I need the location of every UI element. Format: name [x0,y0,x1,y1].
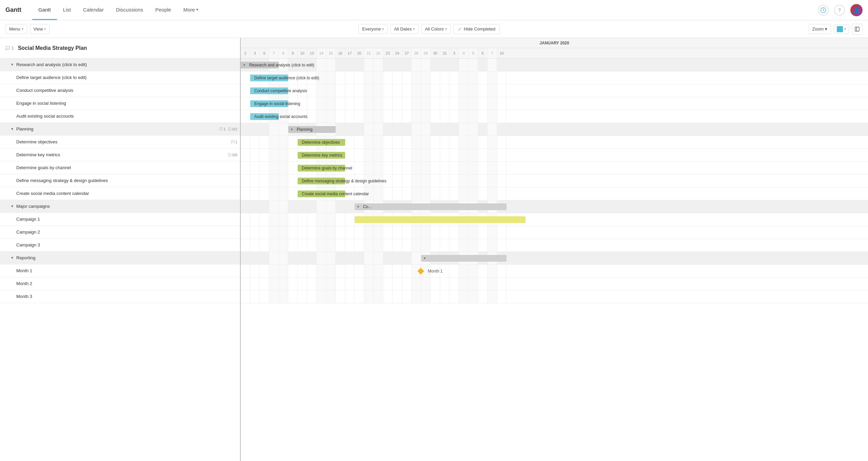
gantt-bar[interactable]: Determine objectives [298,139,345,146]
task-row[interactable]: Month 3 [0,290,240,303]
gantt-row[interactable]: Determine key metrics [241,149,868,162]
help-icon[interactable]: ? [834,5,845,16]
app-logo[interactable]: Gantt [5,6,21,14]
gantt-cell [260,162,269,174]
task-row[interactable]: Month 1 [0,264,240,277]
gantt-cell [421,97,431,110]
gantt-row[interactable]: Engage in social listening [241,97,868,110]
nav-tab-people[interactable]: People [149,0,177,20]
gantt-cell [497,110,507,123]
gantt-cell [431,226,440,239]
gantt-cell [326,265,336,277]
gantt-cell [440,278,450,290]
gantt-cell [431,123,440,136]
gantt-row[interactable] [241,213,868,226]
nav-tab-discussions[interactable]: Discussions [110,0,149,20]
task-row[interactable]: Conduct competitive analysis [0,84,240,97]
gantt-row[interactable] [241,226,868,239]
all-colors-filter[interactable]: All Colors ▾ [421,24,451,34]
gantt-row[interactable]: ▼Planning [241,123,868,136]
task-row[interactable]: Define target audience (click to edit) [0,71,240,84]
gantt-bar-toggle[interactable]: ▼ [423,257,426,260]
task-row[interactable]: ▼ Planning 1 0/2 [0,123,240,136]
gantt-bar[interactable]: ▼Research and analysis (click to edit) [241,62,279,68]
gantt-bar[interactable]: ▼Planning [288,126,336,133]
toggle-icon[interactable]: ▼ [9,255,15,261]
gantt-cell [478,97,488,110]
gantt-cell [478,149,488,161]
zoom-button[interactable]: Zoom ▾ [809,24,831,34]
task-row[interactable]: Campaign 1 [0,213,240,226]
gantt-bar[interactable]: Conduct competitive analysis [250,87,288,94]
gantt-row[interactable]: ▼ [241,252,868,265]
task-row[interactable]: ▼ Major campaigns [0,200,240,213]
task-row[interactable]: ▼ Research and analysis (click to edit) [0,58,240,71]
everyone-filter[interactable]: Everyone ▾ [358,24,388,34]
task-row[interactable]: Create social media content calendar [0,187,240,200]
gantt-bar-toggle[interactable]: ▼ [290,128,293,131]
gantt-bar[interactable]: Engage in social listening [250,100,288,107]
all-dates-filter[interactable]: All Dates ▾ [390,24,418,34]
toggle-icon[interactable]: ▼ [9,62,15,67]
gantt-cell [402,84,412,97]
task-row[interactable]: Campaign 2 [0,226,240,239]
gantt-cell [459,278,469,290]
view-button[interactable]: View ▾ [30,24,50,34]
gantt-cell [355,290,364,303]
expand-button[interactable] [852,24,863,35]
nav-tab-calendar[interactable]: Calendar [77,0,110,20]
gantt-bar[interactable]: Determine key metrics [298,152,345,159]
menu-button[interactable]: Menu ▾ [5,24,27,34]
gantt-bar[interactable]: Create social media content calendar [298,191,345,197]
nav-tab-more[interactable]: More ▾ [177,0,204,20]
gantt-cell [402,136,412,148]
gantt-bar[interactable]: Define messaging strategy & design guide… [298,178,345,184]
gantt-bar[interactable] [355,216,526,223]
task-row[interactable]: Campaign 3 [0,239,240,252]
task-row[interactable]: Month 2 [0,277,240,290]
toggle-icon[interactable]: ▼ [9,126,15,132]
nav-tab-gantt[interactable]: Gantt [32,0,57,20]
gantt-cell [326,59,336,71]
gantt-bar[interactable]: Determine goals by channel [298,165,345,172]
gantt-cell [383,290,393,303]
gantt-bar[interactable]: Audit existing social accounts [250,113,279,120]
gantt-bar-toggle[interactable]: ▼ [243,63,246,67]
gantt-row[interactable]: Determine goals by channel [241,162,868,175]
nav-tab-list[interactable]: List [57,0,77,20]
gantt-row[interactable]: ▼Research and analysis (click to edit) [241,59,868,72]
gantt-cell [364,72,374,84]
gantt-cell [440,59,450,71]
comment-count: 1 [12,46,14,51]
task-row[interactable]: Audit existing social accounts [0,110,240,123]
gantt-row[interactable]: Define messaging strategy & design guide… [241,175,868,187]
gantt-row[interactable] [241,239,868,252]
task-row[interactable]: Define messaging strategy & design guide… [0,174,240,187]
gantt-row[interactable]: Audit existing social accounts [241,110,868,123]
task-row[interactable]: Determine key metrics 0/6 [0,148,240,161]
gantt-row[interactable]: ▼Co... [241,200,868,213]
clock-icon[interactable] [818,5,829,16]
avatar[interactable]: 👤 [850,4,863,16]
task-row[interactable]: ▼ Reporting [0,252,240,264]
gantt-row[interactable]: Determine objectives [241,136,868,149]
task-row[interactable]: Determine objectives 1 [0,136,240,148]
gantt-bar[interactable]: Define target audience (click to edit) [250,75,288,81]
gantt-row[interactable]: Create social media content calendar [241,187,868,200]
gantt-row[interactable]: Month 1 [241,265,868,278]
gantt-cell [421,84,431,97]
gantt-bar[interactable]: ▼ [421,255,507,262]
gantt-row[interactable] [241,278,868,290]
gantt-cell [393,110,402,123]
gantt-cell [269,278,279,290]
gantt-row[interactable]: Conduct competitive analysis [241,84,868,97]
gantt-bar[interactable]: ▼Co... [355,203,507,210]
gantt-bar-toggle[interactable]: ▼ [357,205,360,208]
color-picker-button[interactable]: ▾ [834,24,849,34]
task-row[interactable]: Engage in social listening [0,97,240,110]
gantt-row[interactable] [241,290,868,303]
toggle-icon[interactable]: ▼ [9,204,15,209]
hide-completed-button[interactable]: ✓ Hide Completed [453,24,500,34]
gantt-row[interactable]: Define target audience (click to edit) [241,72,868,84]
task-row[interactable]: Determine goals by channel [0,161,240,174]
